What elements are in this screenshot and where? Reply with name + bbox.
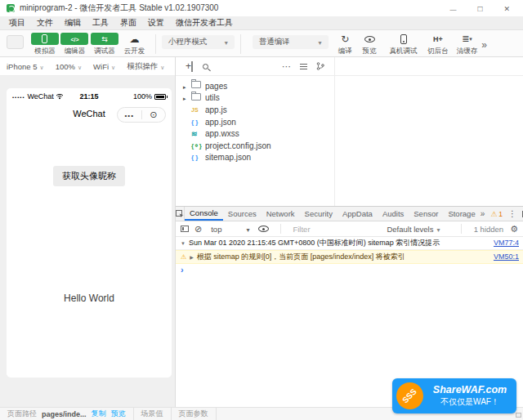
clear-console-icon[interactable] [194,224,202,235]
tree-item[interactable]: utils [176,92,334,105]
simulate-value: 模拟操作 [127,61,158,72]
simulate-actions-dropdown[interactable]: 模拟操作 [127,61,164,72]
tab-network[interactable]: Network [262,207,300,221]
cloud-dev-button[interactable]: 云开发 [119,33,149,56]
editor-label: 编辑器 [65,47,86,56]
console-prompt[interactable] [176,264,523,277]
phone-status-bar: WeChat 21:15 100% [7,88,172,105]
tab-sensor[interactable]: Sensor [409,207,443,221]
ad-brand-text: ShareWAF.com [423,384,516,397]
preview-button[interactable]: 预览 [359,33,380,56]
preview-path-link[interactable]: 预览 [111,409,126,419]
expander-icon[interactable] [190,252,194,261]
maximize-button[interactable] [477,4,482,13]
file-name: project.config.json [205,141,271,150]
file-tree: pagesutilsapp.jsapp.jsonapp.wxssproject.… [176,76,335,206]
tab-console[interactable]: Console [185,207,223,221]
expander-icon[interactable] [181,239,186,248]
menu-item[interactable]: 设置 [142,17,170,29]
mode-dropdown[interactable]: 小程序模式 [162,35,235,49]
page-path-section: 页面路径 pages/inde... 复制 预览 [0,408,133,420]
simulator-button[interactable]: 模拟器 [30,33,60,56]
titlebar: miniprogram-2 - 微信开发者工具 Stable v1.02.190… [0,0,523,16]
expand-arrow-icon[interactable] [183,82,191,91]
scene-value-tab[interactable]: 场景值 [133,408,172,420]
real-device-debug-button[interactable]: 真机调试 [387,33,420,56]
live-expression-icon[interactable] [258,226,269,232]
capsule-menu [117,107,166,123]
network-dropdown[interactable]: WiFi [93,62,115,71]
zoom-value: 100% [56,62,75,71]
collapse-all-icon[interactable] [300,66,307,67]
get-avatar-button[interactable]: 获取头像昵称 [53,166,125,186]
menu-item[interactable]: 编辑 [59,17,87,29]
tree-item[interactable]: project.config.json [176,140,334,152]
more-actions-icon[interactable] [282,61,291,72]
console-settings-icon[interactable] [510,224,518,235]
add-file-icon[interactable] [186,60,191,72]
close-button[interactable] [503,4,510,13]
context-dropdown[interactable]: top [208,225,253,234]
search-icon[interactable] [203,64,208,69]
tab-sources[interactable]: Sources [223,207,262,221]
clear-cache-button[interactable]: 清缓存 [453,33,482,56]
cloud-dev-label: 云开发 [124,47,145,56]
ad-corner-icon[interactable] [516,413,521,418]
toolbar-overflow-button[interactable] [481,39,487,51]
source-link[interactable]: VM50:1 [494,252,519,261]
warning-count-badge[interactable]: 1 [490,210,503,218]
devtools-menu-icon[interactable] [508,209,516,218]
zoom-dropdown[interactable]: 100% [56,62,82,71]
home-icon[interactable] [142,109,166,120]
log-levels-dropdown[interactable]: Default levels [387,225,440,234]
device-dropdown[interactable]: iPhone 5 [7,62,44,71]
expand-arrow-icon[interactable] [183,93,191,102]
console-sidebar-icon[interactable] [181,226,189,232]
phone-region: WeChat 21:15 100% WeChat [0,76,175,420]
sharewaf-ad-banner[interactable]: SSS ShareWAF.com 不仅仅是WAF！ [392,378,516,413]
menu-item[interactable]: 界面 [114,17,142,29]
battery-icon [154,94,166,100]
menu-item[interactable]: 工具 [87,17,114,29]
source-link[interactable]: VM77:4 [494,239,519,247]
editor-button[interactable]: 编辑器 [60,33,89,56]
compile-button[interactable]: 编译 [335,33,356,56]
tree-item[interactable]: app.json [176,116,334,128]
sharewaf-logo-icon: SSS [396,382,423,409]
tree-item[interactable]: sitemap.json [176,152,334,164]
user-avatar[interactable] [7,35,24,49]
copy-path-link[interactable]: 复制 [92,409,106,419]
filter-input[interactable] [293,225,381,234]
phone-icon [42,34,47,43]
tab-storage[interactable]: Storage [443,207,480,221]
git-branch-icon[interactable] [316,62,324,70]
tab-audits[interactable]: Audits [378,207,409,221]
refresh-icon [341,33,349,45]
phone-nav-bar: WeChat [7,105,172,126]
debugger-button[interactable]: 调试器 [90,33,119,56]
tab-security[interactable]: Security [300,207,337,221]
page-params-tab[interactable]: 页面参数 [172,408,217,420]
file-name: pages [205,82,227,91]
tab-overflow-icon[interactable] [481,209,485,218]
tree-item[interactable]: app.js [176,104,334,116]
main-content: iPhone 5 100% WiFi 模拟操作 [0,57,523,420]
compile-mode-dropdown[interactable]: 普通编译 [253,35,329,49]
tree-item[interactable]: pages [176,80,334,92]
menu-item[interactable]: 项目 [3,17,31,29]
minimize-button[interactable] [449,4,456,13]
page-path-label: 页面路径 [7,409,37,419]
more-options-icon[interactable] [118,110,141,119]
tree-item[interactable]: app.wxss [176,127,334,140]
menu-item[interactable]: 微信开发者工具 [170,17,239,29]
switch-background-button[interactable]: 切后台 [423,33,453,56]
tab-appdata[interactable]: AppData [337,207,378,221]
devtools-tabbar: ConsoleSourcesNetworkSecurityAppDataAudi… [176,207,523,221]
chevron-down-icon [246,225,249,234]
window-title: miniprogram-2 - 微信开发者工具 Stable v1.02.190… [20,2,218,14]
js-file-icon [191,107,205,113]
menu-item[interactable]: 文件 [31,17,59,29]
divider [240,34,241,54]
editor-empty-area[interactable] [335,76,523,206]
inspect-element-button[interactable] [176,207,185,221]
